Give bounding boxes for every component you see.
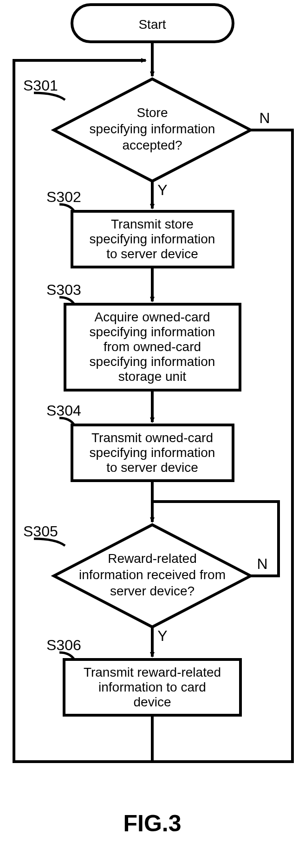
- s303-label: S303: [46, 281, 81, 298]
- process-s303: Acquire owned-card specifying informatio…: [65, 304, 240, 390]
- s302-leader: [59, 204, 74, 211]
- s304-label: S304: [46, 402, 81, 419]
- s304-leader: [59, 418, 74, 425]
- decision-s305: Reward-related information received from…: [54, 525, 251, 627]
- s304-line3: to server device: [106, 460, 198, 475]
- s305-line3: server device?: [110, 584, 195, 598]
- s304-line2: specifying information: [90, 445, 215, 460]
- s305-line2: information received from: [79, 568, 226, 582]
- s302-line3: to server device: [106, 247, 198, 261]
- s306-line2: information to card: [98, 680, 206, 694]
- s306-line1: Transmit reward-related: [84, 665, 221, 679]
- s304-line1: Transmit owned-card: [91, 431, 213, 445]
- process-s306: Transmit reward-related information to c…: [64, 659, 240, 715]
- s303-line5: storage unit: [118, 369, 187, 384]
- s306-label: S306: [46, 637, 81, 653]
- s301-leader: [34, 93, 65, 100]
- s303-line4: specifying information: [90, 354, 215, 369]
- start-terminator: Start: [72, 5, 233, 42]
- s301-line2: specifying information: [90, 122, 215, 136]
- s305-leader: [34, 539, 65, 546]
- figure-caption: FIG.3: [123, 810, 181, 836]
- s301-line1: Store: [137, 105, 168, 120]
- decision-s301: Store specifying information accepted?: [54, 79, 251, 181]
- start-label: Start: [138, 17, 166, 32]
- process-s304: Transmit owned-card specifying informati…: [72, 425, 233, 481]
- process-s302: Transmit store specifying information to…: [72, 211, 233, 267]
- s303-line1: Acquire owned-card: [94, 310, 210, 324]
- s302-line2: specifying information: [90, 232, 215, 246]
- s305-line1: Reward-related: [108, 551, 196, 566]
- s303-line3: from owned-card: [104, 339, 201, 354]
- s301-yes: Y: [157, 182, 167, 198]
- s302-line1: Transmit store: [111, 217, 194, 231]
- s301-line3: accepted?: [122, 138, 182, 152]
- s305-no: N: [257, 555, 267, 572]
- s306-line3: device: [134, 695, 171, 709]
- s305-label: S305: [23, 523, 58, 540]
- s301-no: N: [259, 110, 270, 126]
- s301-label: S301: [23, 77, 58, 94]
- s303-line2: specifying information: [90, 325, 215, 339]
- flowchart: Start Store specifying information accep…: [0, 0, 305, 868]
- s305-yes: Y: [157, 627, 167, 644]
- s302-label: S302: [46, 189, 81, 205]
